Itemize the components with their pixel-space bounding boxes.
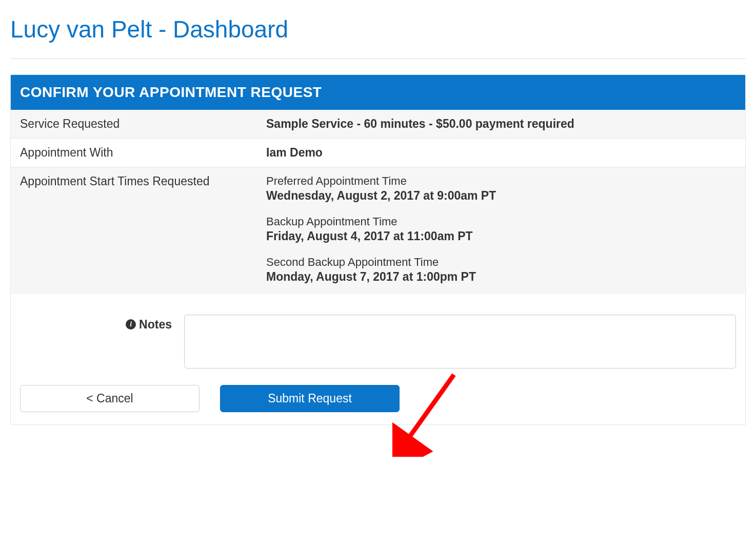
notes-label-wrap: iNotes: [20, 315, 184, 332]
backup2-time-block: Second Backup Appointment Time Monday, A…: [266, 256, 736, 284]
backup1-time-label: Backup Appointment Time: [266, 215, 736, 228]
button-row: < Cancel Submit Request: [11, 374, 745, 424]
notes-textarea[interactable]: [184, 315, 736, 369]
backup2-time-label: Second Backup Appointment Time: [266, 256, 736, 269]
preferred-time-value: Wednesday, August 2, 2017 at 9:00am PT: [266, 189, 736, 203]
backup1-time-block: Backup Appointment Time Friday, August 4…: [266, 215, 736, 243]
confirm-appointment-panel: CONFIRM YOUR APPOINTMENT REQUEST Service…: [10, 74, 746, 425]
summary-table: Service Requested Sample Service - 60 mi…: [11, 110, 745, 294]
notes-label: Notes: [139, 318, 172, 331]
preferred-time-block: Preferred Appointment Time Wednesday, Au…: [266, 175, 736, 203]
start-times-value: Preferred Appointment Time Wednesday, Au…: [257, 167, 745, 295]
backup1-time-value: Friday, August 4, 2017 at 11:00am PT: [266, 229, 736, 243]
service-requested-value: Sample Service - 60 minutes - $50.00 pay…: [257, 110, 745, 139]
page-title: Lucy van Pelt - Dashboard: [10, 15, 746, 43]
backup2-time-value: Monday, August 7, 2017 at 1:00pm PT: [266, 270, 736, 284]
appointment-with-value: Iam Demo: [257, 139, 745, 167]
table-row: Appointment With Iam Demo: [11, 139, 745, 167]
cancel-button[interactable]: < Cancel: [20, 385, 200, 412]
appointment-with-label: Appointment With: [11, 139, 257, 167]
divider: [10, 59, 746, 59]
start-times-label: Appointment Start Times Requested: [11, 167, 257, 295]
preferred-time-label: Preferred Appointment Time: [266, 175, 736, 188]
notes-row: iNotes: [11, 294, 745, 374]
table-row: Appointment Start Times Requested Prefer…: [11, 167, 745, 295]
info-icon: i: [126, 319, 136, 330]
service-requested-label: Service Requested: [11, 110, 257, 139]
table-row: Service Requested Sample Service - 60 mi…: [11, 110, 745, 139]
submit-request-button[interactable]: Submit Request: [220, 385, 400, 412]
panel-header: CONFIRM YOUR APPOINTMENT REQUEST: [11, 75, 745, 110]
